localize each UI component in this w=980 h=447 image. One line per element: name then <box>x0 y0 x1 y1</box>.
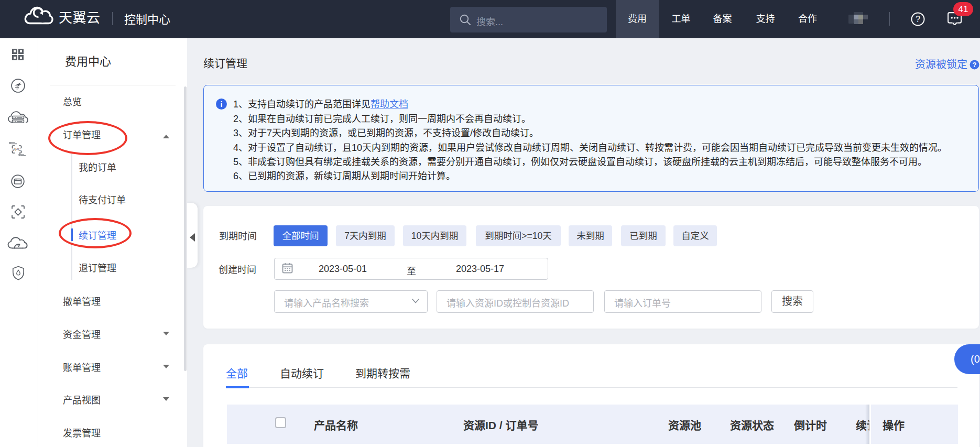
svg-text:?: ? <box>916 15 920 24</box>
svg-text:?: ? <box>973 61 977 69</box>
svg-text:VPC: VPC <box>12 147 21 152</box>
